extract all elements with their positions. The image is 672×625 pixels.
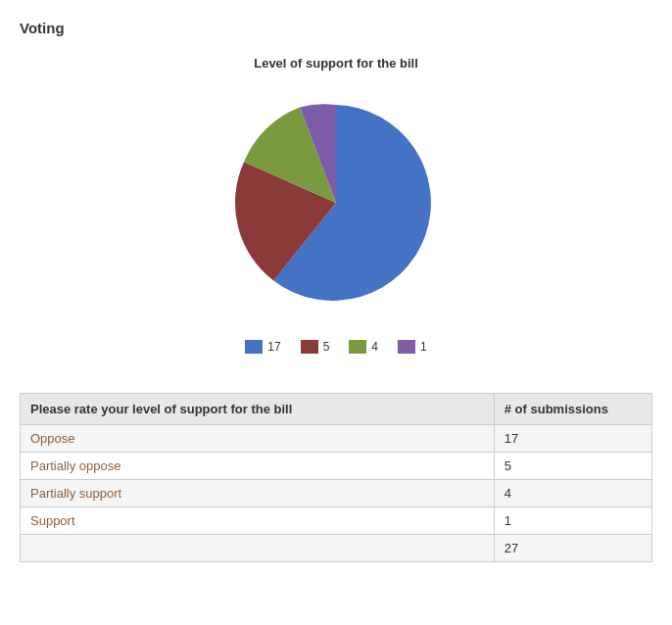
table-row: Partially support 4: [21, 480, 652, 507]
legend-item-oppose: 17: [245, 340, 280, 354]
table-header-row: Please rate your level of support for th…: [21, 394, 652, 425]
pie-chart: [209, 85, 463, 320]
table-row: Partially oppose 5: [21, 453, 652, 480]
row-label-partially-support: Partially support: [21, 480, 495, 507]
legend-label-oppose: 17: [267, 340, 280, 354]
legend-label-support: 1: [420, 340, 427, 354]
legend-label-partially-support: 4: [371, 340, 378, 354]
legend-color-partially-oppose: [301, 340, 318, 354]
table-row: Oppose 17: [21, 425, 652, 453]
row-label-partially-oppose: Partially oppose: [21, 453, 495, 480]
chart-section: Level of support for the bill 17 5: [20, 56, 652, 373]
legend-item-partially-support: 4: [349, 340, 378, 354]
legend-item-partially-oppose: 5: [301, 340, 330, 354]
row-value-total: 27: [494, 535, 651, 562]
row-value-partially-oppose: 5: [494, 453, 651, 480]
submissions-table: Please rate your level of support for th…: [20, 393, 652, 562]
row-label-total: [21, 535, 495, 562]
table-row: Support 1: [21, 507, 652, 535]
row-label-support: Support: [21, 507, 495, 535]
legend-label-partially-oppose: 5: [323, 340, 330, 354]
row-value-oppose: 17: [494, 425, 651, 453]
col-submissions-header: # of submissions: [494, 394, 651, 425]
legend-item-support: 1: [398, 340, 427, 354]
legend-color-support: [398, 340, 415, 354]
row-value-support: 1: [494, 507, 651, 535]
row-value-partially-support: 4: [494, 480, 651, 507]
legend-color-oppose: [245, 340, 263, 354]
col-question-header: Please rate your level of support for th…: [21, 394, 495, 425]
page-title: Voting: [20, 20, 652, 36]
row-label-oppose: Oppose: [21, 425, 495, 453]
chart-title: Level of support for the bill: [254, 56, 418, 71]
chart-legend: 17 5 4 1: [245, 340, 426, 354]
table-row-total: 27: [21, 535, 652, 562]
legend-color-partially-support: [349, 340, 366, 354]
